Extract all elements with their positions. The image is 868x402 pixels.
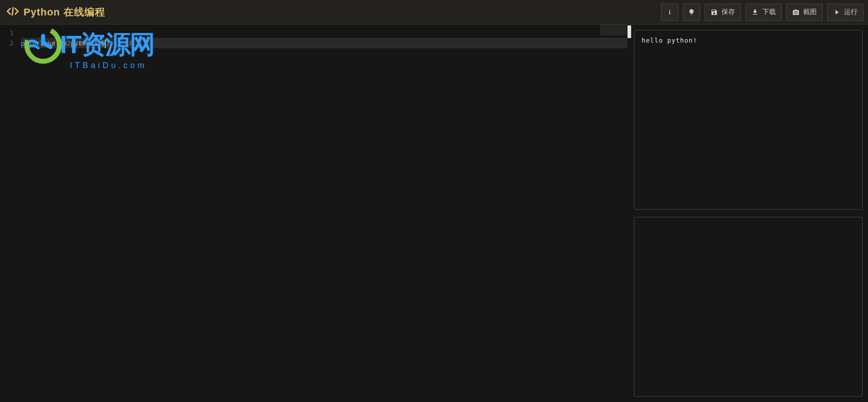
panel-splitter[interactable] (628, 25, 631, 402)
download-icon (751, 9, 759, 16)
svg-line-0 (12, 7, 13, 15)
line-gutter: 1 2 (0, 25, 21, 402)
keyword-token: print (21, 40, 40, 47)
line-number: 2 (0, 38, 21, 48)
svg-rect-1 (669, 11, 670, 14)
download-button[interactable]: 下载 (745, 4, 782, 21)
splitter-handle-icon[interactable] (628, 25, 631, 38)
info-icon (666, 9, 673, 16)
lightbulb-icon (688, 9, 695, 16)
code-area[interactable]: # 2021/8/8 下午2:19:18 print("hello python… (21, 25, 628, 402)
main-content: 1 2 # 2021/8/8 下午2:19:18 print("hello py… (0, 25, 868, 402)
text-cursor (105, 40, 106, 48)
bracket-token: ) (101, 40, 105, 47)
run-button[interactable]: 运行 (827, 4, 863, 21)
header-toolbar: Python 在线编程 保存 下载 (0, 0, 868, 25)
svg-point-3 (795, 11, 797, 13)
run-label: 运行 (844, 8, 858, 16)
save-button[interactable]: 保存 (705, 4, 741, 21)
save-label: 保存 (721, 8, 735, 16)
code-icon (6, 5, 19, 20)
play-icon (833, 9, 840, 16)
header-left: Python 在线编程 (5, 5, 105, 20)
download-label: 下载 (762, 8, 776, 16)
bracket-token: ( (40, 40, 44, 47)
string-token: "hello python!" (44, 40, 101, 47)
svg-point-2 (669, 10, 671, 11)
page-title: Python 在线编程 (24, 5, 105, 19)
code-editor-panel[interactable]: 1 2 # 2021/8/8 下午2:19:18 print("hello py… (0, 25, 628, 402)
info-button[interactable] (661, 4, 678, 21)
code-line: # 2021/8/8 下午2:19:18 (21, 28, 628, 38)
camera-icon (792, 9, 799, 16)
stdout-output[interactable]: hello python! (634, 30, 863, 210)
extra-output[interactable] (634, 217, 863, 397)
header-right: 保存 下载 截图 运行 (661, 4, 863, 21)
save-icon (711, 9, 718, 16)
screenshot-label: 截图 (803, 8, 817, 16)
line-number: 1 (0, 28, 21, 38)
output-panel: hello python! (631, 25, 868, 402)
screenshot-button[interactable]: 截图 (786, 4, 823, 21)
theme-button[interactable] (683, 4, 700, 21)
minimap[interactable] (600, 25, 628, 35)
